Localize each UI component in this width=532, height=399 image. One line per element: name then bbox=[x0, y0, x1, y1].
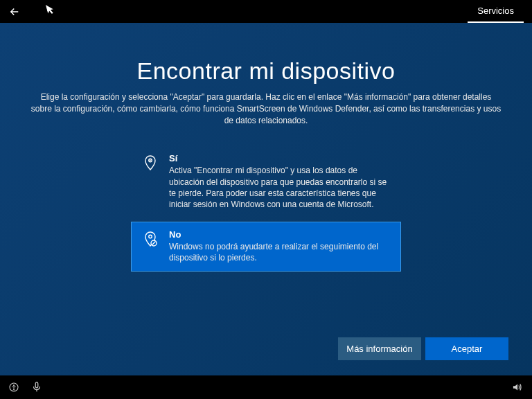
option-yes-title: Sí bbox=[169, 153, 391, 163]
location-pin-icon bbox=[141, 153, 159, 172]
svg-point-6 bbox=[13, 384, 15, 386]
titlebar: Servicios bbox=[0, 0, 532, 23]
footer-buttons: Más información Aceptar bbox=[338, 337, 508, 360]
option-no-title: No bbox=[169, 229, 391, 240]
svg-point-1 bbox=[150, 160, 151, 161]
bottombar bbox=[0, 375, 532, 399]
ease-of-access-icon[interactable] bbox=[8, 382, 19, 393]
main-content: Encontrar mi dispositivo Elige la config… bbox=[0, 23, 532, 375]
option-yes-desc: Activa "Encontrar mi dispositivo" y usa … bbox=[169, 165, 391, 210]
accept-button[interactable]: Aceptar bbox=[425, 337, 508, 360]
option-yes[interactable]: Sí Activa "Encontrar mi dispositivo" y u… bbox=[131, 145, 401, 218]
page-subtitle: Elige la configuración y selecciona "Ace… bbox=[30, 91, 502, 126]
back-button[interactable] bbox=[8, 6, 25, 18]
options-list: Sí Activa "Encontrar mi dispositivo" y u… bbox=[131, 145, 401, 271]
option-no[interactable]: No Windows no podrá ayudarte a realizar … bbox=[131, 222, 401, 271]
page-title: Encontrar mi dispositivo bbox=[137, 57, 396, 85]
volume-icon[interactable] bbox=[513, 382, 524, 392]
more-info-button[interactable]: Más información bbox=[338, 337, 421, 360]
tab-servicios[interactable]: Servicios bbox=[468, 0, 524, 23]
svg-rect-7 bbox=[35, 382, 38, 388]
option-no-desc: Windows no podrá ayudarte a realizar el … bbox=[169, 241, 391, 263]
svg-point-2 bbox=[149, 235, 152, 238]
microphone-icon[interactable] bbox=[32, 382, 42, 393]
location-pin-off-icon bbox=[141, 229, 159, 249]
